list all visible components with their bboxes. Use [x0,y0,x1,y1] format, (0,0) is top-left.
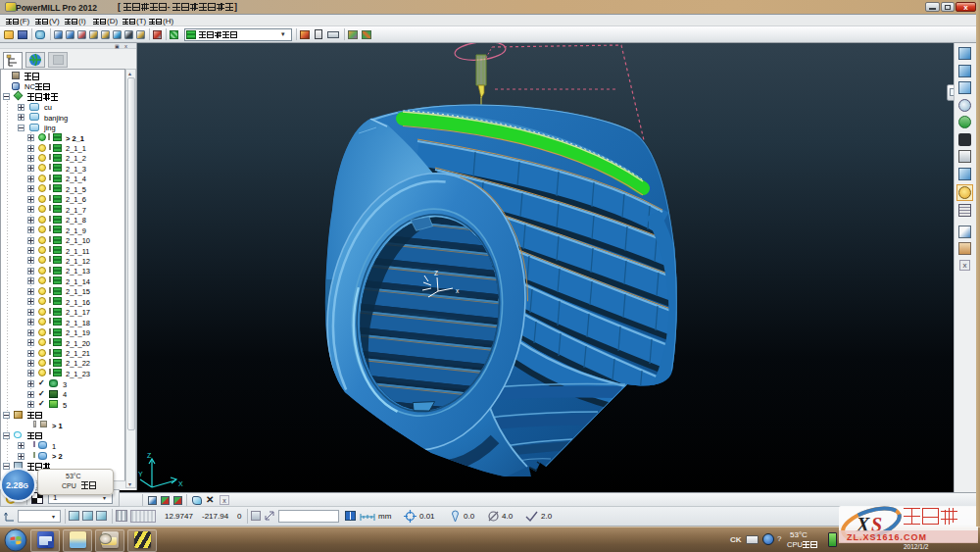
svg-text:X: X [178,480,183,487]
svg-text:Z: Z [147,452,152,459]
svg-text:Y: Y [138,471,143,477]
svg-text:Z: Z [434,270,438,276]
